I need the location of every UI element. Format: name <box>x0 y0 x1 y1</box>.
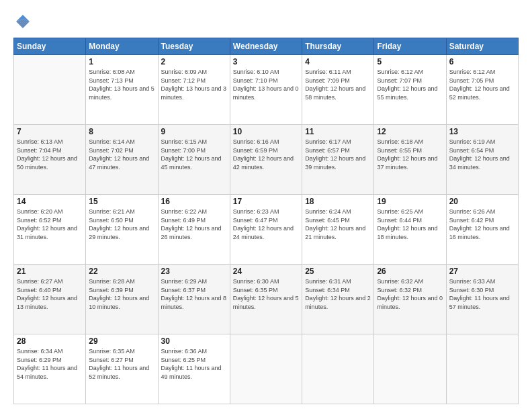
calendar-cell: 16Sunrise: 6:22 AMSunset: 6:49 PMDayligh… <box>158 195 230 265</box>
calendar-cell: 26Sunrise: 6:32 AMSunset: 6:32 PMDayligh… <box>374 265 446 334</box>
day-info: Sunrise: 6:33 AMSunset: 6:30 PMDaylight:… <box>449 277 515 311</box>
weekday-header-monday: Monday <box>86 38 158 55</box>
calendar-cell: 29Sunrise: 6:35 AMSunset: 6:27 PMDayligh… <box>86 334 158 404</box>
day-number: 26 <box>377 267 443 276</box>
calendar-cell: 30Sunrise: 6:36 AMSunset: 6:25 PMDayligh… <box>158 334 230 404</box>
day-info: Sunrise: 6:11 AMSunset: 7:09 PMDaylight:… <box>305 68 371 101</box>
day-number: 27 <box>449 267 515 276</box>
day-number: 17 <box>233 197 299 206</box>
day-info: Sunrise: 6:36 AMSunset: 6:25 PMDaylight:… <box>161 347 227 381</box>
header <box>13 12 519 31</box>
calendar-cell: 10Sunrise: 6:16 AMSunset: 6:59 PMDayligh… <box>230 125 302 195</box>
calendar-cell: 9Sunrise: 6:15 AMSunset: 7:00 PMDaylight… <box>158 125 230 195</box>
day-info: Sunrise: 6:14 AMSunset: 7:02 PMDaylight:… <box>89 138 154 171</box>
day-info: Sunrise: 6:16 AMSunset: 6:59 PMDaylight:… <box>233 138 299 171</box>
day-info: Sunrise: 6:24 AMSunset: 6:45 PMDaylight:… <box>305 208 371 241</box>
day-info: Sunrise: 6:21 AMSunset: 6:50 PMDaylight:… <box>89 208 154 241</box>
calendar-cell: 13Sunrise: 6:19 AMSunset: 6:54 PMDayligh… <box>446 125 518 195</box>
day-number: 25 <box>305 267 371 276</box>
calendar-header: SundayMondayTuesdayWednesdayThursdayFrid… <box>14 38 519 55</box>
day-info: Sunrise: 6:32 AMSunset: 6:32 PMDaylight:… <box>377 277 443 311</box>
calendar-week-row: 14Sunrise: 6:20 AMSunset: 6:52 PMDayligh… <box>14 195 519 265</box>
calendar-cell: 5Sunrise: 6:12 AMSunset: 7:07 PMDaylight… <box>374 55 446 125</box>
calendar-week-row: 28Sunrise: 6:34 AMSunset: 6:29 PMDayligh… <box>14 334 519 404</box>
day-number: 30 <box>161 336 227 346</box>
calendar-cell: 18Sunrise: 6:24 AMSunset: 6:45 PMDayligh… <box>302 195 374 265</box>
calendar-cell: 25Sunrise: 6:31 AMSunset: 6:34 PMDayligh… <box>302 265 374 334</box>
day-info: Sunrise: 6:18 AMSunset: 6:55 PMDaylight:… <box>377 138 443 171</box>
calendar-cell: 11Sunrise: 6:17 AMSunset: 6:57 PMDayligh… <box>302 125 374 195</box>
logo <box>13 12 35 31</box>
calendar-cell: 21Sunrise: 6:27 AMSunset: 6:40 PMDayligh… <box>14 265 86 334</box>
calendar-cell: 7Sunrise: 6:13 AMSunset: 7:04 PMDaylight… <box>14 125 86 195</box>
calendar-cell: 20Sunrise: 6:26 AMSunset: 6:42 PMDayligh… <box>446 195 518 265</box>
calendar-cell: 15Sunrise: 6:21 AMSunset: 6:50 PMDayligh… <box>86 195 158 265</box>
weekday-header-sunday: Sunday <box>14 38 86 55</box>
calendar-week-row: 7Sunrise: 6:13 AMSunset: 7:04 PMDaylight… <box>14 125 519 195</box>
day-number: 11 <box>305 127 371 136</box>
weekday-header-wednesday: Wednesday <box>230 38 302 55</box>
day-number: 9 <box>161 127 227 136</box>
day-number: 29 <box>89 336 154 346</box>
day-info: Sunrise: 6:26 AMSunset: 6:42 PMDaylight:… <box>449 208 515 241</box>
calendar-cell <box>14 55 86 125</box>
day-info: Sunrise: 6:30 AMSunset: 6:35 PMDaylight:… <box>233 277 299 311</box>
calendar-cell <box>374 334 446 404</box>
day-number: 22 <box>89 267 154 276</box>
day-number: 12 <box>377 127 443 136</box>
day-info: Sunrise: 6:10 AMSunset: 7:10 PMDaylight:… <box>233 68 299 101</box>
day-number: 13 <box>449 127 515 136</box>
day-number: 20 <box>449 197 515 206</box>
day-info: Sunrise: 6:34 AMSunset: 6:29 PMDaylight:… <box>17 347 83 381</box>
calendar-cell: 27Sunrise: 6:33 AMSunset: 6:30 PMDayligh… <box>446 265 518 334</box>
day-info: Sunrise: 6:28 AMSunset: 6:39 PMDaylight:… <box>89 277 154 311</box>
day-info: Sunrise: 6:15 AMSunset: 7:00 PMDaylight:… <box>161 138 227 171</box>
day-number: 16 <box>161 197 227 206</box>
day-number: 24 <box>233 267 299 276</box>
weekday-header-friday: Friday <box>374 38 446 55</box>
day-info: Sunrise: 6:20 AMSunset: 6:52 PMDaylight:… <box>17 208 83 241</box>
calendar-cell: 17Sunrise: 6:23 AMSunset: 6:47 PMDayligh… <box>230 195 302 265</box>
weekday-header-tuesday: Tuesday <box>158 38 230 55</box>
day-number: 7 <box>17 127 83 136</box>
calendar: SundayMondayTuesdayWednesdayThursdayFrid… <box>13 38 519 404</box>
calendar-week-row: 1Sunrise: 6:08 AMSunset: 7:13 PMDaylight… <box>14 55 519 125</box>
calendar-cell: 14Sunrise: 6:20 AMSunset: 6:52 PMDayligh… <box>14 195 86 265</box>
page: SundayMondayTuesdayWednesdayThursdayFrid… <box>0 0 532 411</box>
calendar-cell <box>230 334 302 404</box>
day-info: Sunrise: 6:12 AMSunset: 7:05 PMDaylight:… <box>449 68 515 101</box>
day-number: 28 <box>17 336 83 346</box>
day-info: Sunrise: 6:09 AMSunset: 7:12 PMDaylight:… <box>161 68 227 101</box>
day-number: 21 <box>17 267 83 276</box>
calendar-cell: 23Sunrise: 6:29 AMSunset: 6:37 PMDayligh… <box>158 265 230 334</box>
calendar-cell: 12Sunrise: 6:18 AMSunset: 6:55 PMDayligh… <box>374 125 446 195</box>
calendar-cell: 6Sunrise: 6:12 AMSunset: 7:05 PMDaylight… <box>446 55 518 125</box>
day-number: 2 <box>161 57 227 66</box>
weekday-header-saturday: Saturday <box>446 38 518 55</box>
day-number: 10 <box>233 127 299 136</box>
day-number: 3 <box>233 57 299 66</box>
day-info: Sunrise: 6:08 AMSunset: 7:13 PMDaylight:… <box>89 68 154 101</box>
day-info: Sunrise: 6:13 AMSunset: 7:04 PMDaylight:… <box>17 138 83 171</box>
calendar-cell <box>446 334 518 404</box>
calendar-cell: 1Sunrise: 6:08 AMSunset: 7:13 PMDaylight… <box>86 55 158 125</box>
day-info: Sunrise: 6:17 AMSunset: 6:57 PMDaylight:… <box>305 138 371 171</box>
day-number: 6 <box>449 57 515 66</box>
day-info: Sunrise: 6:31 AMSunset: 6:34 PMDaylight:… <box>305 277 371 311</box>
day-number: 18 <box>305 197 371 206</box>
logo-icon <box>13 12 32 31</box>
calendar-cell: 4Sunrise: 6:11 AMSunset: 7:09 PMDaylight… <box>302 55 374 125</box>
calendar-cell: 22Sunrise: 6:28 AMSunset: 6:39 PMDayligh… <box>86 265 158 334</box>
day-info: Sunrise: 6:12 AMSunset: 7:07 PMDaylight:… <box>377 68 443 101</box>
day-info: Sunrise: 6:23 AMSunset: 6:47 PMDaylight:… <box>233 208 299 241</box>
calendar-cell <box>302 334 374 404</box>
weekday-header-thursday: Thursday <box>302 38 374 55</box>
day-number: 1 <box>89 57 154 66</box>
calendar-week-row: 21Sunrise: 6:27 AMSunset: 6:40 PMDayligh… <box>14 265 519 334</box>
calendar-body: 1Sunrise: 6:08 AMSunset: 7:13 PMDaylight… <box>14 55 519 404</box>
day-number: 8 <box>89 127 154 136</box>
day-number: 14 <box>17 197 83 206</box>
day-number: 15 <box>89 197 154 206</box>
day-info: Sunrise: 6:19 AMSunset: 6:54 PMDaylight:… <box>449 138 515 171</box>
day-info: Sunrise: 6:29 AMSunset: 6:37 PMDaylight:… <box>161 277 227 311</box>
